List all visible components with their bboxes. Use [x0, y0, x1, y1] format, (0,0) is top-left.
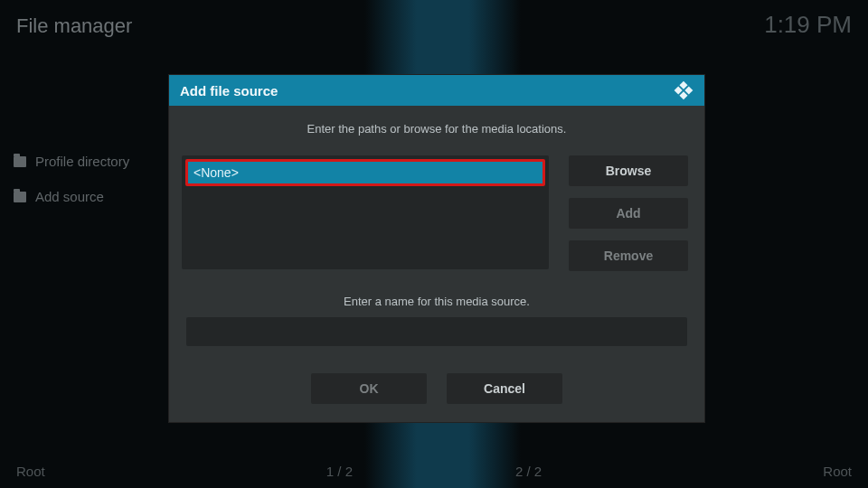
browse-button[interactable]: Browse	[569, 155, 688, 186]
folder-icon	[14, 156, 26, 167]
dialog-hint: Enter the paths or browse for the media …	[182, 122, 692, 136]
status-right: Root	[823, 464, 852, 479]
ok-button[interactable]: OK	[311, 373, 427, 404]
dialog-title: Add file source	[180, 83, 278, 99]
status-page2: 2 / 2	[515, 464, 542, 479]
cancel-button[interactable]: Cancel	[447, 373, 562, 404]
sidebar-item-label: Add source	[35, 189, 104, 204]
svg-rect-0	[679, 81, 687, 89]
paths-list: <None>	[182, 155, 549, 269]
name-hint: Enter a name for this media source.	[182, 295, 692, 308]
svg-rect-1	[684, 86, 693, 94]
folder-icon	[14, 192, 26, 202]
page-title: File manager	[16, 14, 132, 38]
status-page1: 1 / 2	[326, 464, 353, 479]
add-button[interactable]: Add	[569, 198, 688, 229]
sidebar: Profile directory Add source	[14, 154, 129, 204]
svg-rect-3	[679, 91, 687, 99]
clock: 1:19 PM	[764, 11, 852, 39]
sidebar-item-label: Profile directory	[35, 154, 129, 169]
dialog-header: Add file source	[169, 75, 704, 106]
sidebar-item-add-source[interactable]: Add source	[14, 189, 129, 204]
status-left: Root	[16, 464, 45, 479]
remove-button[interactable]: Remove	[569, 240, 688, 271]
kodi-logo-icon	[674, 80, 693, 100]
svg-rect-2	[675, 86, 683, 94]
sidebar-item-profile-directory[interactable]: Profile directory	[14, 154, 129, 169]
status-bar: Root 1 / 2 2 / 2 Root	[0, 464, 868, 479]
add-file-source-dialog: Add file source Enter the paths or brows…	[168, 74, 705, 423]
name-input[interactable]	[186, 317, 687, 346]
path-input[interactable]: <None>	[185, 159, 545, 186]
